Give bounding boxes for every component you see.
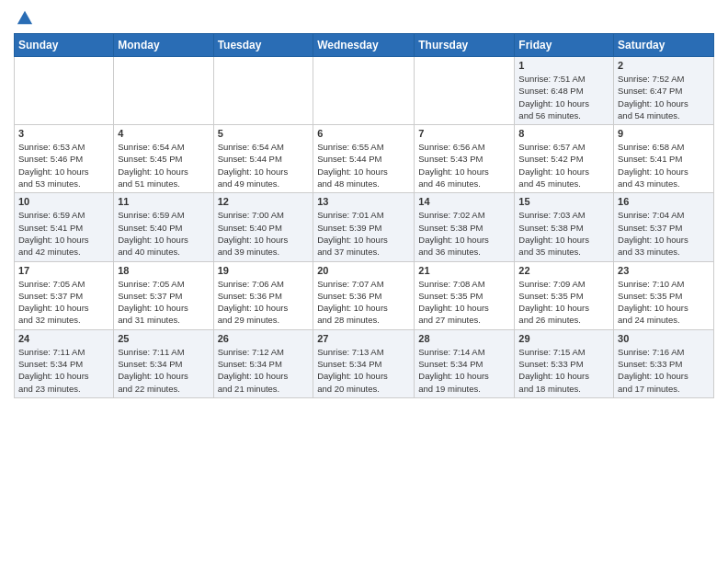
day-info: Sunrise: 6:54 AM Sunset: 5:45 PM Dayligh… xyxy=(118,141,209,190)
day-info: Sunrise: 7:11 AM Sunset: 5:34 PM Dayligh… xyxy=(18,346,109,395)
day-info: Sunrise: 7:09 AM Sunset: 5:35 PM Dayligh… xyxy=(518,278,609,327)
week-row-1: 1Sunrise: 7:51 AM Sunset: 6:48 PM Daylig… xyxy=(15,57,714,125)
weekday-header-saturday: Saturday xyxy=(614,34,714,57)
day-number: 30 xyxy=(618,333,710,344)
day-cell: 20Sunrise: 7:07 AM Sunset: 5:36 PM Dayli… xyxy=(313,261,415,329)
day-number: 25 xyxy=(118,333,209,344)
day-cell: 23Sunrise: 7:10 AM Sunset: 5:35 PM Dayli… xyxy=(614,261,714,329)
day-info: Sunrise: 7:11 AM Sunset: 5:34 PM Dayligh… xyxy=(118,346,209,395)
day-cell: 22Sunrise: 7:09 AM Sunset: 5:35 PM Dayli… xyxy=(515,261,614,329)
day-cell: 18Sunrise: 7:05 AM Sunset: 5:37 PM Dayli… xyxy=(114,261,213,329)
day-number: 8 xyxy=(518,128,609,139)
day-cell: 8Sunrise: 6:57 AM Sunset: 5:42 PM Daylig… xyxy=(515,125,614,193)
day-cell: 7Sunrise: 6:56 AM Sunset: 5:43 PM Daylig… xyxy=(415,125,515,193)
day-info: Sunrise: 7:07 AM Sunset: 5:36 PM Dayligh… xyxy=(317,278,410,327)
day-info: Sunrise: 7:15 AM Sunset: 5:33 PM Dayligh… xyxy=(518,346,609,395)
day-number: 28 xyxy=(418,333,510,344)
day-cell: 11Sunrise: 6:59 AM Sunset: 5:40 PM Dayli… xyxy=(114,193,213,261)
day-info: Sunrise: 7:01 AM Sunset: 5:39 PM Dayligh… xyxy=(317,209,410,258)
day-cell: 21Sunrise: 7:08 AM Sunset: 5:35 PM Dayli… xyxy=(415,261,515,329)
day-cell: 14Sunrise: 7:02 AM Sunset: 5:38 PM Dayli… xyxy=(415,193,515,261)
day-cell: 12Sunrise: 7:00 AM Sunset: 5:40 PM Dayli… xyxy=(213,193,313,261)
day-number: 19 xyxy=(218,265,310,276)
day-cell: 1Sunrise: 7:51 AM Sunset: 6:48 PM Daylig… xyxy=(515,57,614,125)
day-number: 6 xyxy=(317,128,410,139)
day-info: Sunrise: 6:56 AM Sunset: 5:43 PM Dayligh… xyxy=(418,141,510,190)
day-cell: 27Sunrise: 7:13 AM Sunset: 5:34 PM Dayli… xyxy=(313,329,415,397)
day-info: Sunrise: 6:57 AM Sunset: 5:42 PM Dayligh… xyxy=(518,141,609,190)
weekday-header-row: SundayMondayTuesdayWednesdayThursdayFrid… xyxy=(15,34,714,57)
day-cell: 3Sunrise: 6:53 AM Sunset: 5:46 PM Daylig… xyxy=(15,125,114,193)
day-info: Sunrise: 7:14 AM Sunset: 5:34 PM Dayligh… xyxy=(418,346,510,395)
day-number: 16 xyxy=(618,196,710,207)
day-number: 18 xyxy=(118,265,209,276)
day-number: 1 xyxy=(518,60,609,71)
logo-text xyxy=(14,9,33,26)
day-number: 13 xyxy=(317,196,410,207)
day-cell xyxy=(313,57,415,125)
weekday-header-sunday: Sunday xyxy=(15,34,114,57)
day-cell: 9Sunrise: 6:58 AM Sunset: 5:41 PM Daylig… xyxy=(614,125,714,193)
weekday-header-wednesday: Wednesday xyxy=(313,34,415,57)
weekday-header-monday: Monday xyxy=(114,34,213,57)
logo xyxy=(14,9,33,26)
day-info: Sunrise: 7:16 AM Sunset: 5:33 PM Dayligh… xyxy=(618,346,710,395)
day-number: 12 xyxy=(218,196,310,207)
day-cell xyxy=(114,57,213,125)
day-info: Sunrise: 7:00 AM Sunset: 5:40 PM Dayligh… xyxy=(218,209,310,258)
day-cell: 30Sunrise: 7:16 AM Sunset: 5:33 PM Dayli… xyxy=(614,329,714,397)
day-cell: 15Sunrise: 7:03 AM Sunset: 5:38 PM Dayli… xyxy=(515,193,614,261)
day-cell: 10Sunrise: 6:59 AM Sunset: 5:41 PM Dayli… xyxy=(15,193,114,261)
day-info: Sunrise: 6:59 AM Sunset: 5:40 PM Dayligh… xyxy=(118,209,209,258)
day-info: Sunrise: 6:54 AM Sunset: 5:44 PM Dayligh… xyxy=(218,141,310,190)
day-info: Sunrise: 7:08 AM Sunset: 5:35 PM Dayligh… xyxy=(418,278,510,327)
week-row-3: 10Sunrise: 6:59 AM Sunset: 5:41 PM Dayli… xyxy=(15,193,714,261)
day-number: 26 xyxy=(218,333,310,344)
weekday-header-tuesday: Tuesday xyxy=(213,34,313,57)
day-number: 29 xyxy=(518,333,609,344)
day-cell: 29Sunrise: 7:15 AM Sunset: 5:33 PM Dayli… xyxy=(515,329,614,397)
day-cell xyxy=(15,57,114,125)
day-cell xyxy=(415,57,515,125)
svg-marker-0 xyxy=(17,11,32,24)
day-cell: 16Sunrise: 7:04 AM Sunset: 5:37 PM Dayli… xyxy=(614,193,714,261)
day-cell: 19Sunrise: 7:06 AM Sunset: 5:36 PM Dayli… xyxy=(213,261,313,329)
day-cell: 2Sunrise: 7:52 AM Sunset: 6:47 PM Daylig… xyxy=(614,57,714,125)
day-number: 9 xyxy=(618,128,710,139)
day-info: Sunrise: 7:05 AM Sunset: 5:37 PM Dayligh… xyxy=(118,278,209,327)
day-info: Sunrise: 7:05 AM Sunset: 5:37 PM Dayligh… xyxy=(18,278,109,327)
weekday-header-friday: Friday xyxy=(515,34,614,57)
day-number: 3 xyxy=(18,128,109,139)
day-info: Sunrise: 7:06 AM Sunset: 5:36 PM Dayligh… xyxy=(218,278,310,327)
day-cell: 28Sunrise: 7:14 AM Sunset: 5:34 PM Dayli… xyxy=(415,329,515,397)
day-info: Sunrise: 6:53 AM Sunset: 5:46 PM Dayligh… xyxy=(18,141,109,190)
day-number: 5 xyxy=(218,128,310,139)
day-info: Sunrise: 6:59 AM Sunset: 5:41 PM Dayligh… xyxy=(18,209,109,258)
day-info: Sunrise: 7:51 AM Sunset: 6:48 PM Dayligh… xyxy=(518,73,609,121)
day-cell: 25Sunrise: 7:11 AM Sunset: 5:34 PM Dayli… xyxy=(114,329,213,397)
day-cell: 26Sunrise: 7:12 AM Sunset: 5:34 PM Dayli… xyxy=(213,329,313,397)
day-info: Sunrise: 7:03 AM Sunset: 5:38 PM Dayligh… xyxy=(518,209,609,258)
logo-icon xyxy=(17,9,33,26)
day-cell: 24Sunrise: 7:11 AM Sunset: 5:34 PM Dayli… xyxy=(15,329,114,397)
day-cell xyxy=(213,57,313,125)
day-number: 20 xyxy=(317,265,410,276)
day-number: 7 xyxy=(418,128,510,139)
day-number: 11 xyxy=(118,196,209,207)
day-cell: 6Sunrise: 6:55 AM Sunset: 5:44 PM Daylig… xyxy=(313,125,415,193)
day-number: 17 xyxy=(18,265,109,276)
day-number: 10 xyxy=(18,196,109,207)
day-number: 23 xyxy=(618,265,710,276)
week-row-2: 3Sunrise: 6:53 AM Sunset: 5:46 PM Daylig… xyxy=(15,125,714,193)
day-number: 27 xyxy=(317,333,410,344)
day-cell: 17Sunrise: 7:05 AM Sunset: 5:37 PM Dayli… xyxy=(15,261,114,329)
day-cell: 5Sunrise: 6:54 AM Sunset: 5:44 PM Daylig… xyxy=(213,125,313,193)
day-info: Sunrise: 7:13 AM Sunset: 5:34 PM Dayligh… xyxy=(317,346,410,395)
day-number: 21 xyxy=(418,265,510,276)
day-number: 15 xyxy=(518,196,609,207)
day-number: 24 xyxy=(18,333,109,344)
header xyxy=(14,9,714,26)
calendar: SundayMondayTuesdayWednesdayThursdayFrid… xyxy=(14,33,714,398)
day-number: 22 xyxy=(518,265,609,276)
weekday-header-thursday: Thursday xyxy=(415,34,515,57)
